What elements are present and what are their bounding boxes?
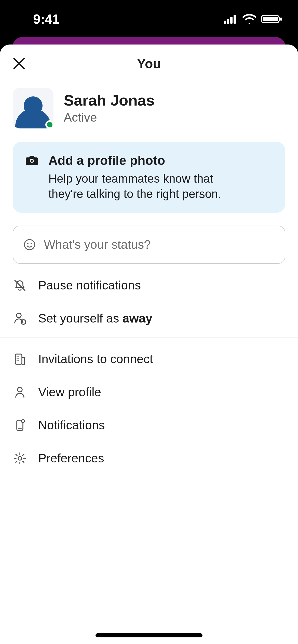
svg-line-33: [16, 461, 17, 462]
close-icon: [12, 56, 26, 71]
svg-rect-1: [227, 19, 229, 24]
svg-point-8: [31, 160, 33, 162]
close-button[interactable]: [10, 55, 28, 72]
invitations-label: Invitations to connect: [38, 352, 153, 366]
sheet-title: You: [137, 56, 161, 71]
phone-badge-icon: [13, 418, 27, 432]
profile-presence: Active: [64, 110, 155, 124]
svg-rect-14: [15, 354, 22, 364]
profile-name: Sarah Jonas: [64, 92, 155, 109]
notifications-item[interactable]: Notifications: [0, 409, 298, 442]
cellular-icon: [224, 14, 238, 24]
presence-indicator: [45, 120, 54, 129]
svg-point-21: [18, 387, 22, 392]
bell-off-icon: [13, 278, 27, 292]
svg-rect-5: [263, 17, 278, 21]
add-photo-callout[interactable]: Add a profile photo Help your teammates …: [13, 142, 285, 213]
set-away-label: Set yourself as away: [38, 311, 152, 325]
emoji-icon: [23, 239, 36, 251]
status-placeholder: What's your status?: [44, 238, 151, 252]
svg-point-13: [21, 320, 26, 324]
notifications-label: Notifications: [38, 418, 105, 432]
svg-rect-0: [224, 21, 226, 24]
status-input[interactable]: What's your status?: [13, 226, 285, 264]
svg-point-17: [17, 358, 18, 359]
svg-point-12: [17, 313, 21, 318]
set-away-item[interactable]: Set yourself as away: [0, 302, 298, 335]
svg-line-30: [16, 454, 17, 456]
view-profile-label: View profile: [38, 385, 101, 399]
svg-point-24: [21, 420, 24, 423]
battery-icon: [261, 14, 283, 24]
you-sheet: You Sarah Jonas Active: [0, 45, 298, 644]
invitations-item[interactable]: Invitations to connect: [0, 343, 298, 376]
svg-point-11: [31, 243, 32, 244]
svg-point-19: [17, 360, 18, 361]
pause-notifications-item[interactable]: Pause notifications: [0, 269, 298, 302]
section-divider: [0, 338, 298, 338]
building-icon: [13, 352, 27, 366]
svg-point-15: [17, 356, 18, 357]
callout-description: Help your teammates know that they're ta…: [48, 171, 242, 202]
svg-rect-3: [234, 15, 236, 24]
callout-title: Add a profile photo: [48, 153, 242, 168]
svg-rect-6: [280, 18, 282, 21]
svg-point-20: [18, 360, 19, 361]
preferences-label: Preferences: [38, 451, 104, 465]
status-time: 9:41: [33, 11, 60, 27]
person-icon: [13, 385, 27, 399]
person-away-icon: [13, 311, 27, 326]
avatar-placeholder-head: [24, 96, 43, 115]
pause-notifications-label: Pause notifications: [38, 278, 141, 292]
svg-point-16: [18, 356, 19, 357]
svg-point-25: [18, 457, 22, 460]
home-indicator[interactable]: [96, 633, 202, 637]
gear-icon: [13, 451, 27, 465]
svg-point-10: [27, 243, 29, 244]
svg-point-9: [24, 240, 35, 250]
svg-point-18: [18, 358, 19, 359]
sheet-header: You: [0, 45, 298, 83]
wifi-icon: [242, 14, 256, 24]
svg-line-32: [23, 454, 24, 456]
svg-line-31: [23, 461, 24, 462]
preferences-item[interactable]: Preferences: [0, 442, 298, 475]
camera-icon: [25, 154, 38, 167]
view-profile-item[interactable]: View profile: [0, 376, 298, 409]
status-bar: 9:41: [0, 0, 298, 38]
profile-row[interactable]: Sarah Jonas Active: [0, 83, 298, 139]
svg-rect-2: [230, 17, 233, 24]
status-indicators: [224, 14, 283, 24]
